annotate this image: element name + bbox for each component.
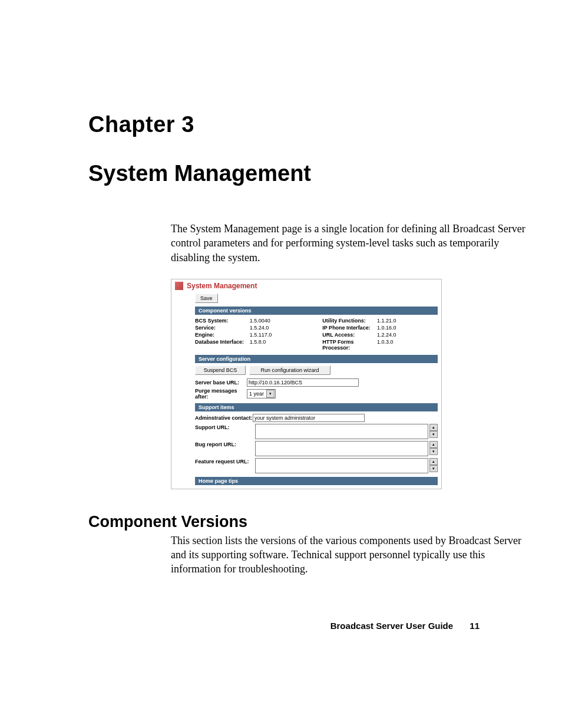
footer-page-number: 11	[470, 621, 480, 631]
embedded-screenshot: System Management Save Component version…	[171, 279, 442, 489]
scroll-up-icon[interactable]: ▴	[429, 458, 438, 465]
version-value: 1.5.24.0	[250, 324, 310, 331]
version-key: URL Access:	[322, 331, 377, 338]
chapter-label: Chapter 3	[88, 112, 527, 137]
component-versions-paragraph: This section lists the versions of the v…	[171, 533, 527, 577]
screenshot-title: System Management	[187, 282, 257, 290]
footer-title: Broadcast Server User Guide	[330, 621, 453, 631]
admin-contact-label: Adminstrative contact:	[195, 415, 253, 421]
version-key: HTTP Forms Processor:	[322, 338, 377, 351]
section-heading-component-versions: Component Versions	[88, 513, 527, 531]
scroll-down-icon[interactable]: ▾	[429, 465, 438, 472]
bug-report-url-label: Bug report URL:	[195, 441, 253, 447]
bar-component-versions: Component versions	[195, 307, 438, 315]
chapter-title: System Management	[88, 161, 527, 186]
purge-select-value: 1 year	[249, 391, 264, 397]
feature-request-url-textarea[interactable]	[255, 458, 428, 473]
version-value: 1.5.0040	[250, 317, 310, 324]
scroll-down-icon[interactable]: ▾	[429, 448, 438, 455]
app-icon	[175, 282, 183, 290]
version-key: Engine:	[195, 331, 250, 338]
page-footer: Broadcast Server User Guide 11	[330, 621, 480, 631]
bug-report-url-textarea[interactable]	[255, 441, 428, 456]
intro-paragraph: The System Management page is a single l…	[171, 222, 527, 265]
bar-home-page-tips: Home page tips	[195, 477, 438, 485]
purge-messages-label: Purge messages after:	[195, 388, 247, 400]
scroll-down-icon[interactable]: ▾	[429, 431, 438, 438]
feature-request-url-label: Feature request URL:	[195, 458, 253, 465]
version-value: 1.5.8.0	[250, 338, 310, 351]
version-value: 1.2.24.0	[377, 331, 438, 338]
version-value: 1.5.117.0	[250, 331, 310, 338]
scroll-up-icon[interactable]: ▴	[429, 441, 438, 448]
server-base-url-label: Server base URL:	[195, 380, 247, 386]
scroll-up-icon[interactable]: ▴	[429, 424, 438, 431]
server-base-url-input[interactable]	[247, 378, 359, 387]
screenshot-header: System Management	[171, 279, 441, 291]
purge-messages-select[interactable]: 1 year ▾	[247, 389, 276, 398]
component-versions-table: BCS System: 1.5.0040 Utility Functions: …	[195, 317, 438, 351]
support-url-label: Support URL:	[195, 424, 253, 430]
version-value: 1.0.3.0	[377, 338, 438, 351]
bar-server-configuration: Server configuration	[195, 355, 438, 363]
version-key: IP Phone Interface:	[322, 324, 377, 331]
save-button[interactable]: Save	[195, 294, 218, 303]
version-key: BCS System:	[195, 317, 250, 324]
bar-support-items: Support items	[195, 403, 438, 411]
admin-contact-input[interactable]	[253, 414, 365, 422]
version-value: 1.0.16.0	[377, 324, 438, 331]
suspend-bcs-button[interactable]: Suspend BCS	[195, 365, 246, 375]
support-url-textarea[interactable]	[255, 424, 428, 439]
chevron-down-icon: ▾	[266, 390, 275, 398]
version-key: Database Interface:	[195, 338, 250, 351]
version-key: Utility Functions:	[322, 317, 377, 324]
version-value: 1.1.21.0	[377, 317, 438, 324]
document-page: Chapter 3 System Management The System M…	[0, 0, 562, 728]
run-config-wizard-button[interactable]: Run configuration wizard	[249, 365, 330, 375]
version-key: Service:	[195, 324, 250, 331]
